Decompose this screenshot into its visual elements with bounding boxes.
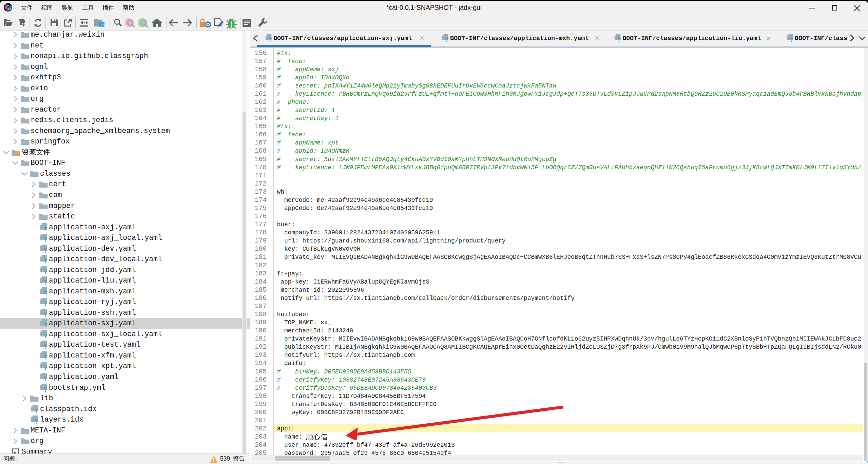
svg-text:?: ? (34, 418, 38, 424)
svg-text:?: ? (790, 36, 793, 42)
svg-text:?: ? (34, 407, 38, 413)
svg-text:?: ? (43, 268, 47, 274)
svg-text:?: ? (43, 300, 47, 306)
svg-text:?: ? (617, 36, 621, 42)
svg-text:?: ? (43, 343, 47, 349)
svg-text:?: ? (43, 279, 47, 285)
svg-text:?: ? (43, 226, 47, 232)
svg-text:?: ? (43, 257, 47, 264)
svg-text:?: ? (43, 290, 47, 296)
svg-text:?: ? (268, 36, 272, 42)
svg-text:?: ? (43, 375, 47, 381)
svg-text:?: ? (43, 364, 47, 370)
svg-text:?: ? (43, 236, 47, 242)
svg-text:?: ? (43, 247, 47, 253)
svg-text:?: ? (43, 311, 47, 317)
svg-text:?: ? (43, 354, 47, 360)
svg-text:?: ? (43, 322, 47, 328)
svg-text:?: ? (43, 386, 47, 392)
svg-text:?: ? (43, 332, 47, 339)
svg-text:?: ? (445, 36, 449, 42)
